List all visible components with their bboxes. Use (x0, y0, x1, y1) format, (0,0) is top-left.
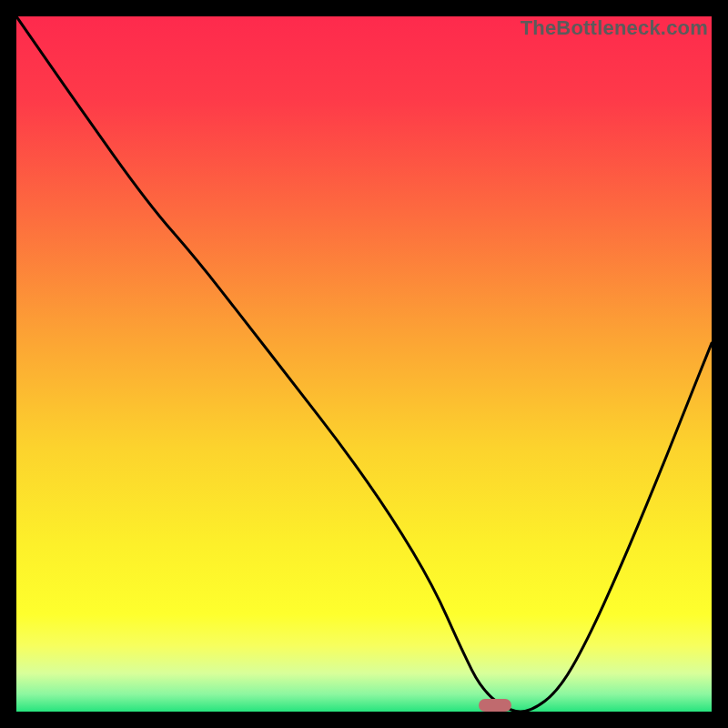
watermark-text: TheBottleneck.com (521, 16, 708, 40)
heat-gradient (16, 16, 712, 712)
svg-rect-0 (16, 16, 712, 712)
optimum-marker (479, 699, 511, 712)
chart-frame: TheBottleneck.com (0, 0, 728, 728)
plot-area: TheBottleneck.com (16, 16, 712, 712)
